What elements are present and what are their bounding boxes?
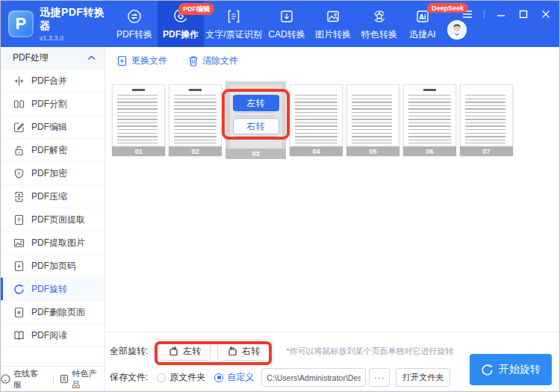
image-convert-icon [325,7,341,25]
radio-original-folder[interactable] [157,373,166,382]
close-icon[interactable] [540,8,552,20]
sidebar-item-pdf-encrypt[interactable]: PDF加密 [1,162,105,185]
custom-folder-label[interactable]: 自定义 [227,371,254,384]
page-thumbnail[interactable]: 06 [403,84,456,156]
tab-pdf-operate[interactable]: PDF编辑 PDF操作 [158,1,204,47]
trash-icon [188,55,199,66]
rotate-left-icon [168,346,179,356]
sidebar-item-label: PDF旋转 [31,283,67,296]
tab-ai[interactable]: DeepSeek Ai 迅捷AI [402,1,443,47]
sidebar-item-label: PDF阅读 [31,329,67,342]
sidebar-item-label: PDF加页码 [31,260,76,273]
page-thumbnail[interactable]: 04 [290,84,343,156]
sidebar-item-pdf-page-extract[interactable]: P PDF页面提取 [1,208,105,231]
shield-icon [13,168,25,179]
page-number-icon [13,261,25,272]
sidebar-item-pdf-compress[interactable]: PDF压缩 [1,185,105,208]
sidebar-footer: 在线客服 特色产品 [1,366,105,391]
unlock-icon [13,145,25,156]
maximize-icon[interactable] [517,8,529,20]
file-toolbar: 更换文件 清除文件 [116,55,238,67]
sidebar-item-label: PDF合并 [31,75,67,87]
rotate-right-page-button[interactable]: 右转 [233,118,279,134]
special-products-label: 特色产品 [72,368,105,391]
page-thumbnail-hovered[interactable]: 左转 右转 03 [225,81,286,159]
rotate-all-row: 全部旋转: 左转 右转 *你可以将鼠标放到某个页面单独对它进行旋转 [110,339,454,363]
app-title: 迅捷PDF转换器 [40,6,111,33]
page-thumbnail[interactable]: 02 [169,84,222,156]
replace-file-label: 更换文件 [131,55,167,67]
sidebar-item-pdf-split[interactable]: PDF分割 [1,93,105,116]
svg-text:P: P [17,217,20,223]
sidebar-group-label: PDF处理 [13,52,87,64]
save-path-input[interactable] [261,368,366,387]
start-rotate-button[interactable]: 开始旋转 [470,354,552,385]
start-rotate-label: 开始旋转 [499,363,541,376]
tab-image-convert[interactable]: 图片转换 [310,1,356,47]
rotate-right-icon [227,346,238,356]
sidebar-item-pdf-decrypt[interactable]: PDF解密 [1,139,105,162]
sidebar-item-label: PDF加密 [31,167,67,180]
page-preview [169,84,222,156]
sidebar-item-pdf-rotate[interactable]: PDF旋转 [1,278,105,301]
rotate-all-right-button[interactable]: 右转 [217,341,270,361]
tab-special-convert[interactable]: 特色转换 [356,1,402,47]
extract-image-icon [13,237,25,249]
sidebar-item-pdf-page-number[interactable]: PDF加页码 [1,255,105,278]
sidebar-item-pdf-read[interactable]: PDF阅读 [1,324,105,347]
rotate-left-page-button[interactable]: 左转 [233,95,279,111]
tab-cad-convert[interactable]: CAD转换 [264,1,310,47]
main-panel: 更换文件 清除文件 01 02 左转 右转 03 [106,47,559,391]
special-products-link[interactable]: 特色产品 [60,368,105,391]
chevron-up-icon [87,55,96,60]
svg-text:Ai: Ai [419,13,426,20]
page-preview [460,84,513,156]
replace-file-button[interactable]: 更换文件 [116,55,167,67]
page-thumbnail[interactable]: 07 [460,84,513,156]
customer-service-icon [1,374,10,384]
tab-label: PDF转换 [116,28,152,41]
sidebar-group-pdf-processing[interactable]: PDF处理 [1,47,105,69]
ocr-icon [225,7,242,25]
add-file-icon [116,55,128,66]
tab-label: PDF操作 [163,28,199,41]
sidebar-item-label: PDF提取图片 [31,237,85,249]
sidebar-item-pdf-delete-page[interactable]: PDF删除页面 [1,301,105,324]
deepseek-badge: DeepSeek [427,3,468,13]
split-icon [13,99,25,110]
minimize-icon[interactable] [495,8,507,20]
merge-icon [13,75,25,87]
online-service-link[interactable]: 在线客服 [1,368,46,391]
open-folder-button[interactable]: 打开文件夹 [396,368,450,387]
tab-label: 图片转换 [315,28,351,41]
sidebar-item-label: PDF页面提取 [31,214,85,226]
sidebar-item-pdf-edit[interactable]: PDF编辑 [1,116,105,139]
original-folder-label[interactable]: 原文件夹 [169,371,205,384]
app-logo-icon: P [8,10,34,37]
top-nav-tabs: PDF转换 PDF编辑 PDF操作 文字/票证识别 C [111,1,443,47]
clear-file-button[interactable]: 清除文件 [188,55,238,67]
page-preview [290,84,343,156]
sidebar-item-pdf-merge[interactable]: PDF合并 [1,69,105,93]
pdf-convert-icon [126,7,143,25]
browse-folder-button[interactable]: ··· [369,368,390,387]
sidebar-item-label: PDF编辑 [31,121,67,134]
read-icon [13,330,25,341]
tab-pdf-convert[interactable]: PDF转换 [111,1,158,47]
divider [53,375,54,384]
window-controls [461,8,552,20]
sidebar-item-pdf-extract-image[interactable]: PDF提取图片 [1,231,105,255]
user-avatar[interactable] [447,20,467,40]
rotate-all-label: 全部旋转: [110,345,148,358]
radio-custom-folder[interactable] [214,373,223,382]
divider [484,10,485,19]
rotate-all-left-button[interactable]: 左转 [158,341,211,361]
pdf-edit-badge: PDF编辑 [178,3,214,15]
online-service-label: 在线客服 [13,368,46,391]
tab-label: 特色转换 [361,28,397,41]
page-number-badge: 07 [460,146,513,156]
rotate-all-right-label: 右转 [242,345,260,358]
page-thumbnail[interactable]: 05 [346,84,399,156]
page-rotate-overlay: 左转 右转 [225,95,286,134]
page-thumbnail[interactable]: 01 [112,84,165,156]
